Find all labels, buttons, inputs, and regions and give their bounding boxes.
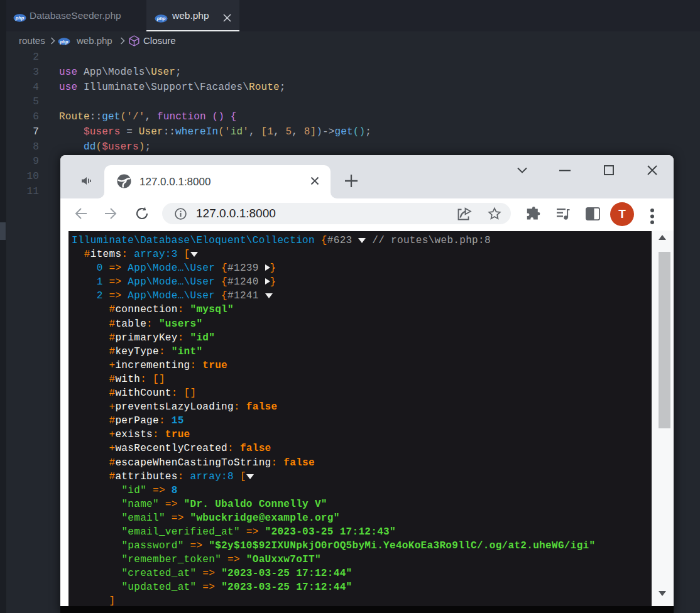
svg-text:php: php bbox=[60, 40, 69, 45]
svg-text:php: php bbox=[15, 15, 25, 21]
svg-text:php: php bbox=[156, 16, 166, 21]
